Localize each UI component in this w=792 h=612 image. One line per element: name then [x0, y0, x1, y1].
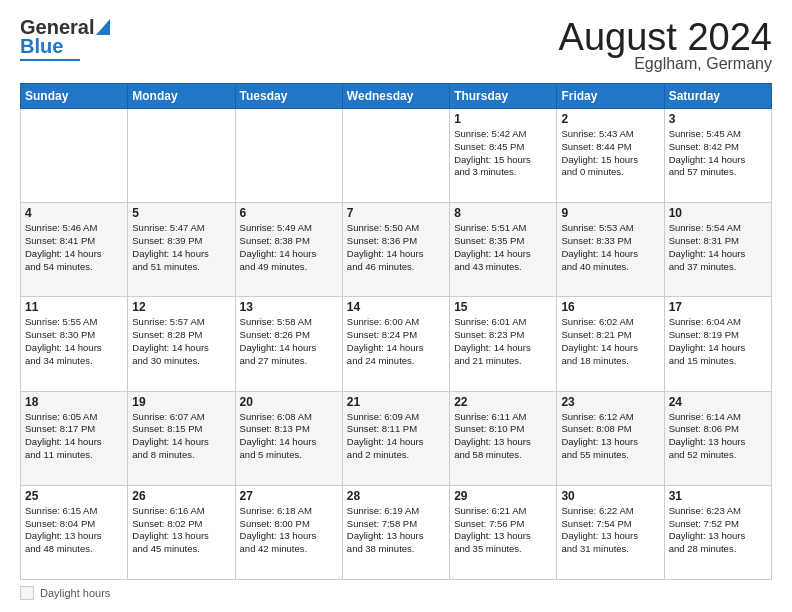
calendar-cell: 6Sunrise: 5:49 AM Sunset: 8:38 PM Daylig… — [235, 203, 342, 297]
header: General Blue August 2024 Egglham, German… — [20, 16, 772, 73]
calendar-cell: 18Sunrise: 6:05 AM Sunset: 8:17 PM Dayli… — [21, 391, 128, 485]
day-number: 10 — [669, 206, 767, 220]
day-info: Sunrise: 6:02 AM Sunset: 8:21 PM Dayligh… — [561, 316, 659, 367]
day-info: Sunrise: 6:08 AM Sunset: 8:13 PM Dayligh… — [240, 411, 338, 462]
calendar-cell: 22Sunrise: 6:11 AM Sunset: 8:10 PM Dayli… — [450, 391, 557, 485]
day-number: 15 — [454, 300, 552, 314]
day-info: Sunrise: 5:42 AM Sunset: 8:45 PM Dayligh… — [454, 128, 552, 179]
day-info: Sunrise: 6:23 AM Sunset: 7:52 PM Dayligh… — [669, 505, 767, 556]
day-info: Sunrise: 6:05 AM Sunset: 8:17 PM Dayligh… — [25, 411, 123, 462]
day-number: 19 — [132, 395, 230, 409]
calendar-cell: 24Sunrise: 6:14 AM Sunset: 8:06 PM Dayli… — [664, 391, 771, 485]
calendar-cell: 23Sunrise: 6:12 AM Sunset: 8:08 PM Dayli… — [557, 391, 664, 485]
calendar-cell: 17Sunrise: 6:04 AM Sunset: 8:19 PM Dayli… — [664, 297, 771, 391]
month-title: August 2024 — [559, 16, 772, 59]
title-block: August 2024 Egglham, Germany — [559, 16, 772, 73]
day-info: Sunrise: 6:21 AM Sunset: 7:56 PM Dayligh… — [454, 505, 552, 556]
day-info: Sunrise: 6:22 AM Sunset: 7:54 PM Dayligh… — [561, 505, 659, 556]
day-info: Sunrise: 5:47 AM Sunset: 8:39 PM Dayligh… — [132, 222, 230, 273]
day-number: 21 — [347, 395, 445, 409]
calendar-cell: 31Sunrise: 6:23 AM Sunset: 7:52 PM Dayli… — [664, 485, 771, 579]
calendar-cell: 26Sunrise: 6:16 AM Sunset: 8:02 PM Dayli… — [128, 485, 235, 579]
day-info: Sunrise: 5:45 AM Sunset: 8:42 PM Dayligh… — [669, 128, 767, 179]
calendar-cell: 30Sunrise: 6:22 AM Sunset: 7:54 PM Dayli… — [557, 485, 664, 579]
day-number: 17 — [669, 300, 767, 314]
day-info: Sunrise: 6:16 AM Sunset: 8:02 PM Dayligh… — [132, 505, 230, 556]
day-info: Sunrise: 6:04 AM Sunset: 8:19 PM Dayligh… — [669, 316, 767, 367]
day-info: Sunrise: 5:51 AM Sunset: 8:35 PM Dayligh… — [454, 222, 552, 273]
day-number: 11 — [25, 300, 123, 314]
day-info: Sunrise: 6:12 AM Sunset: 8:08 PM Dayligh… — [561, 411, 659, 462]
day-number: 28 — [347, 489, 445, 503]
day-number: 5 — [132, 206, 230, 220]
calendar-cell: 1Sunrise: 5:42 AM Sunset: 8:45 PM Daylig… — [450, 109, 557, 203]
day-info: Sunrise: 6:19 AM Sunset: 7:58 PM Dayligh… — [347, 505, 445, 556]
day-number: 20 — [240, 395, 338, 409]
header-tuesday: Tuesday — [235, 84, 342, 109]
calendar-cell: 12Sunrise: 5:57 AM Sunset: 8:28 PM Dayli… — [128, 297, 235, 391]
day-number: 12 — [132, 300, 230, 314]
day-number: 23 — [561, 395, 659, 409]
day-info: Sunrise: 6:00 AM Sunset: 8:24 PM Dayligh… — [347, 316, 445, 367]
day-info: Sunrise: 5:50 AM Sunset: 8:36 PM Dayligh… — [347, 222, 445, 273]
calendar-cell: 25Sunrise: 6:15 AM Sunset: 8:04 PM Dayli… — [21, 485, 128, 579]
day-info: Sunrise: 5:43 AM Sunset: 8:44 PM Dayligh… — [561, 128, 659, 179]
day-info: Sunrise: 5:58 AM Sunset: 8:26 PM Dayligh… — [240, 316, 338, 367]
day-info: Sunrise: 6:07 AM Sunset: 8:15 PM Dayligh… — [132, 411, 230, 462]
day-number: 24 — [669, 395, 767, 409]
header-thursday: Thursday — [450, 84, 557, 109]
day-number: 8 — [454, 206, 552, 220]
calendar-cell — [128, 109, 235, 203]
calendar-table: Sunday Monday Tuesday Wednesday Thursday… — [20, 83, 772, 580]
calendar-cell: 5Sunrise: 5:47 AM Sunset: 8:39 PM Daylig… — [128, 203, 235, 297]
day-info: Sunrise: 5:54 AM Sunset: 8:31 PM Dayligh… — [669, 222, 767, 273]
week-row-2: 4Sunrise: 5:46 AM Sunset: 8:41 PM Daylig… — [21, 203, 772, 297]
header-saturday: Saturday — [664, 84, 771, 109]
calendar-cell: 28Sunrise: 6:19 AM Sunset: 7:58 PM Dayli… — [342, 485, 449, 579]
day-number: 1 — [454, 112, 552, 126]
calendar-cell: 9Sunrise: 5:53 AM Sunset: 8:33 PM Daylig… — [557, 203, 664, 297]
logo-underline — [20, 59, 80, 61]
day-number: 3 — [669, 112, 767, 126]
week-row-1: 1Sunrise: 5:42 AM Sunset: 8:45 PM Daylig… — [21, 109, 772, 203]
day-number: 18 — [25, 395, 123, 409]
day-number: 31 — [669, 489, 767, 503]
calendar-cell: 8Sunrise: 5:51 AM Sunset: 8:35 PM Daylig… — [450, 203, 557, 297]
day-number: 14 — [347, 300, 445, 314]
daylight-box — [20, 586, 34, 600]
calendar-cell: 21Sunrise: 6:09 AM Sunset: 8:11 PM Dayli… — [342, 391, 449, 485]
day-info: Sunrise: 5:55 AM Sunset: 8:30 PM Dayligh… — [25, 316, 123, 367]
day-number: 7 — [347, 206, 445, 220]
calendar-cell — [21, 109, 128, 203]
calendar-cell: 7Sunrise: 5:50 AM Sunset: 8:36 PM Daylig… — [342, 203, 449, 297]
calendar-cell: 27Sunrise: 6:18 AM Sunset: 8:00 PM Dayli… — [235, 485, 342, 579]
day-info: Sunrise: 5:53 AM Sunset: 8:33 PM Dayligh… — [561, 222, 659, 273]
day-info: Sunrise: 6:15 AM Sunset: 8:04 PM Dayligh… — [25, 505, 123, 556]
day-info: Sunrise: 5:49 AM Sunset: 8:38 PM Dayligh… — [240, 222, 338, 273]
calendar-cell: 16Sunrise: 6:02 AM Sunset: 8:21 PM Dayli… — [557, 297, 664, 391]
calendar-cell — [342, 109, 449, 203]
page: General Blue August 2024 Egglham, German… — [0, 0, 792, 612]
calendar-cell: 2Sunrise: 5:43 AM Sunset: 8:44 PM Daylig… — [557, 109, 664, 203]
daylight-label: Daylight hours — [40, 587, 110, 599]
calendar-cell: 19Sunrise: 6:07 AM Sunset: 8:15 PM Dayli… — [128, 391, 235, 485]
calendar-cell: 3Sunrise: 5:45 AM Sunset: 8:42 PM Daylig… — [664, 109, 771, 203]
logo-triangle-icon — [96, 19, 110, 39]
header-sunday: Sunday — [21, 84, 128, 109]
calendar-cell: 13Sunrise: 5:58 AM Sunset: 8:26 PM Dayli… — [235, 297, 342, 391]
day-number: 27 — [240, 489, 338, 503]
header-wednesday: Wednesday — [342, 84, 449, 109]
day-info: Sunrise: 5:57 AM Sunset: 8:28 PM Dayligh… — [132, 316, 230, 367]
day-number: 30 — [561, 489, 659, 503]
day-number: 2 — [561, 112, 659, 126]
calendar-header-row: Sunday Monday Tuesday Wednesday Thursday… — [21, 84, 772, 109]
day-number: 13 — [240, 300, 338, 314]
day-info: Sunrise: 6:09 AM Sunset: 8:11 PM Dayligh… — [347, 411, 445, 462]
day-info: Sunrise: 6:14 AM Sunset: 8:06 PM Dayligh… — [669, 411, 767, 462]
header-monday: Monday — [128, 84, 235, 109]
week-row-3: 11Sunrise: 5:55 AM Sunset: 8:30 PM Dayli… — [21, 297, 772, 391]
calendar-cell: 10Sunrise: 5:54 AM Sunset: 8:31 PM Dayli… — [664, 203, 771, 297]
day-number: 26 — [132, 489, 230, 503]
week-row-5: 25Sunrise: 6:15 AM Sunset: 8:04 PM Dayli… — [21, 485, 772, 579]
day-number: 4 — [25, 206, 123, 220]
